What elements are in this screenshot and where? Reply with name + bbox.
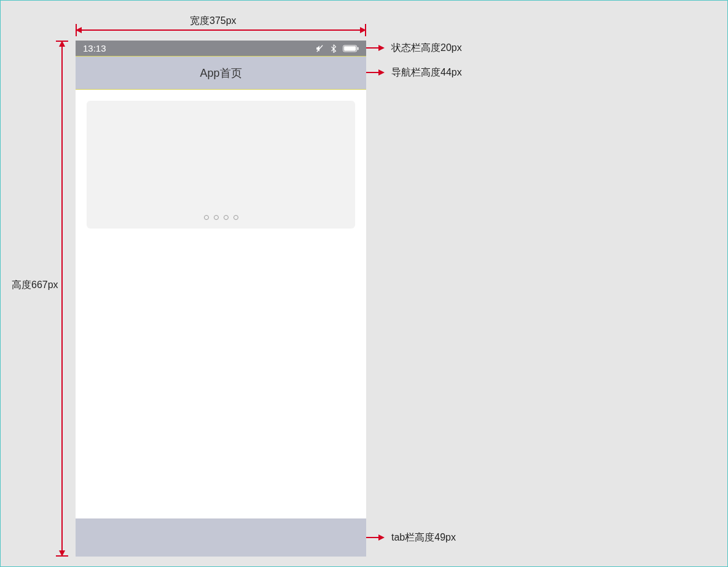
height-arrow-up (59, 41, 65, 47)
carousel-dot[interactable] (214, 215, 219, 220)
mute-icon (316, 44, 324, 53)
svg-rect-2 (344, 46, 356, 50)
content-area (76, 90, 366, 240)
height-arrow-line (61, 44, 63, 553)
carousel-dot[interactable] (233, 215, 238, 220)
svg-rect-3 (358, 47, 359, 50)
nav-title: App首页 (200, 66, 241, 80)
nav-bar: App首页 (76, 56, 366, 90)
tab-callout-arrow (378, 534, 385, 541)
tab-bar-dimension-label: tab栏高度49px (391, 531, 456, 544)
phone-mockup: 13:13 App首页 (76, 41, 366, 557)
height-dimension-label: 高度667px (12, 279, 58, 292)
width-arrow-right (360, 27, 366, 33)
status-icons (316, 44, 359, 53)
nav-bar-dimension-label: 导航栏高度44px (391, 66, 462, 79)
carousel[interactable] (87, 101, 355, 229)
carousel-dot[interactable] (224, 215, 229, 220)
carousel-dot[interactable] (204, 215, 209, 220)
width-dimension-label: 宽度375px (190, 15, 237, 28)
status-time: 13:13 (83, 43, 106, 53)
bluetooth-icon (331, 44, 337, 53)
status-bar: 13:13 (76, 41, 366, 56)
battery-icon (343, 45, 359, 52)
nav-callout-arrow (378, 69, 385, 76)
carousel-dots (87, 215, 355, 220)
tab-bar[interactable] (76, 518, 366, 557)
status-bar-dimension-label: 状态栏高度20px (391, 42, 462, 55)
height-arrow-down (59, 550, 65, 557)
width-arrow-line (79, 29, 362, 31)
status-callout-arrow (378, 45, 385, 51)
width-arrow-left (76, 27, 82, 33)
